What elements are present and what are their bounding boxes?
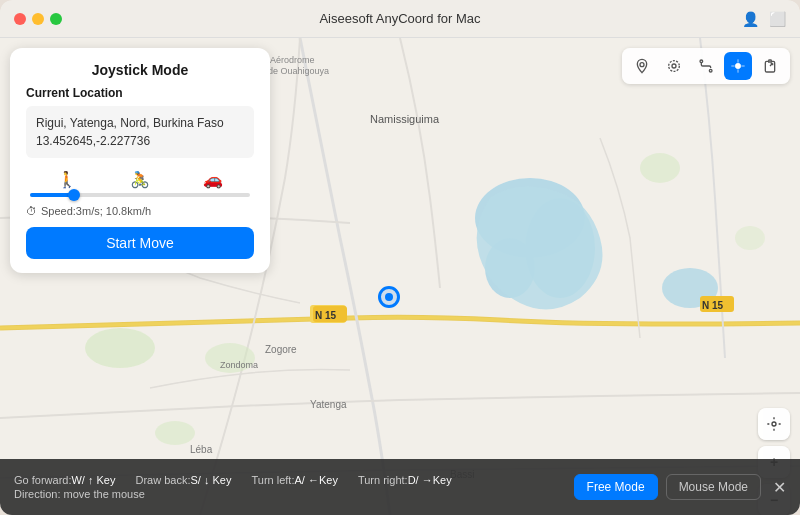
- svg-point-25: [669, 61, 680, 72]
- svg-point-8: [155, 421, 195, 445]
- car-icon[interactable]: 🚗: [203, 170, 223, 189]
- joystick-panel: Joystick Mode Current Location Rigui, Ya…: [10, 48, 270, 273]
- svg-point-26: [700, 60, 703, 63]
- svg-point-9: [640, 153, 680, 183]
- speed-display: ⏱ Speed:3m/s; 10.8km/h: [26, 205, 254, 217]
- svg-text:Léba: Léba: [190, 444, 213, 455]
- titlebar: Aiseesoft AnyCoord for Mac 👤 ⬜: [0, 0, 800, 38]
- location-display: Rigui, Yatenga, Nord, Burkina Faso 13.45…: [26, 106, 254, 158]
- bottom-mode-buttons: Free Mode Mouse Mode ✕: [574, 474, 786, 500]
- location-marker: [378, 286, 400, 308]
- titlebar-icons: 👤 ⬜: [742, 11, 786, 27]
- hint-right-key: D/ →Key: [408, 474, 452, 486]
- speed-icon: ⏱: [26, 205, 37, 217]
- main-content: Namissiguima Zogore Zondoma Léba Yatenga…: [0, 38, 800, 515]
- minimize-button[interactable]: [32, 13, 44, 25]
- close-bottom-bar-button[interactable]: ✕: [773, 478, 786, 497]
- maximize-button[interactable]: [50, 13, 62, 25]
- panel-title: Joystick Mode: [26, 62, 254, 78]
- svg-point-23: [640, 63, 644, 67]
- transport-mode-icons: 🚶 🚴 🚗: [26, 170, 254, 189]
- hint-left-key: A/ ←Key: [294, 474, 337, 486]
- traffic-lights: [14, 13, 62, 25]
- start-move-button[interactable]: Start Move: [26, 227, 254, 259]
- panel-subtitle: Current Location: [26, 86, 254, 100]
- free-mode-button[interactable]: Free Mode: [574, 474, 658, 500]
- slider-track: [30, 193, 250, 197]
- locate-button[interactable]: [758, 408, 790, 440]
- location-marker-center: [385, 293, 393, 301]
- hint-row-2: Direction: move the mouse: [14, 488, 574, 500]
- hint-row-1: Go forward:W/ ↑ Key Draw back:S/ ↓ Key T…: [14, 474, 574, 486]
- keyboard-hints: Go forward:W/ ↑ Key Draw back:S/ ↓ Key T…: [14, 474, 574, 500]
- svg-text:N 15: N 15: [315, 310, 337, 321]
- svg-text:de Ouahigouya: de Ouahigouya: [268, 66, 329, 76]
- close-button[interactable]: [14, 13, 26, 25]
- hint-right: Turn right:D/ →Key: [358, 474, 452, 486]
- svg-point-28: [735, 63, 740, 68]
- window-icon[interactable]: ⬜: [769, 11, 786, 27]
- joystick-button[interactable]: [724, 52, 752, 80]
- svg-text:N 15: N 15: [702, 300, 724, 311]
- svg-text:Yatenga: Yatenga: [310, 399, 347, 410]
- hint-direction: Direction: move the mouse: [14, 488, 145, 500]
- svg-point-24: [672, 64, 676, 68]
- hint-left: Turn left:A/ ←Key: [251, 474, 337, 486]
- svg-text:Zogore: Zogore: [265, 344, 297, 355]
- svg-point-33: [772, 422, 776, 426]
- slider-thumb: [68, 189, 80, 201]
- bike-icon[interactable]: 🚴: [130, 170, 150, 189]
- location-line1: Rigui, Yatenga, Nord, Burkina Faso: [36, 114, 244, 132]
- speed-slider-container[interactable]: [26, 193, 254, 197]
- mouse-mode-button[interactable]: Mouse Mode: [666, 474, 761, 500]
- route-button[interactable]: [692, 52, 720, 80]
- svg-text:Namissiguima: Namissiguima: [370, 113, 440, 125]
- hint-forward: Go forward:W/ ↑ Key: [14, 474, 115, 486]
- bottom-bar: Go forward:W/ ↑ Key Draw back:S/ ↓ Key T…: [0, 459, 800, 515]
- app-title: Aiseesoft AnyCoord for Mac: [319, 11, 480, 26]
- hint-forward-key: W/ ↑ Key: [71, 474, 115, 486]
- hint-back: Draw back:S/ ↓ Key: [135, 474, 231, 486]
- hint-back-key: S/ ↓ Key: [191, 474, 232, 486]
- map-toolbar: [622, 48, 790, 84]
- user-icon[interactable]: 👤: [742, 11, 759, 27]
- location-line2: 13.452645,-2.227736: [36, 132, 244, 150]
- location-pin-button[interactable]: [628, 52, 656, 80]
- export-button[interactable]: [756, 52, 784, 80]
- svg-point-10: [735, 226, 765, 250]
- walk-icon[interactable]: 🚶: [57, 170, 77, 189]
- speed-value: Speed:3m/s; 10.8km/h: [41, 205, 151, 217]
- svg-text:Aérodrome: Aérodrome: [270, 55, 315, 65]
- waypoint-button[interactable]: [660, 52, 688, 80]
- svg-point-6: [85, 328, 155, 368]
- svg-text:Zondoma: Zondoma: [220, 360, 258, 370]
- svg-point-27: [709, 69, 712, 72]
